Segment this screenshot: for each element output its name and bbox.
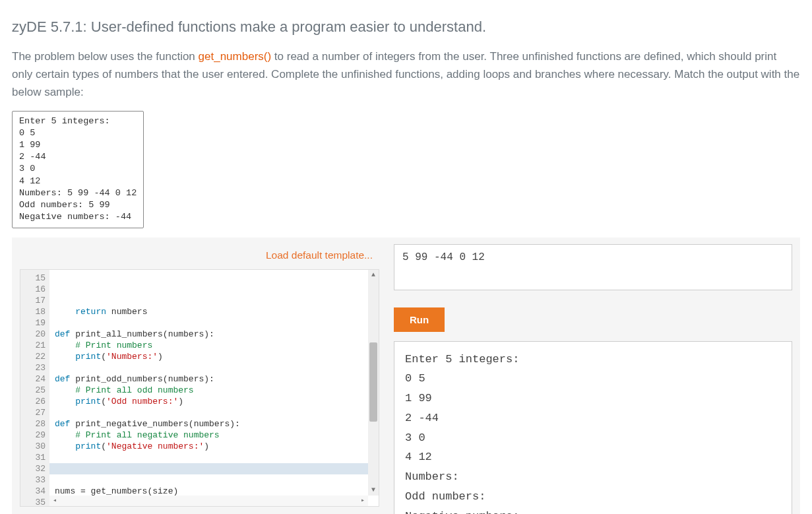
stdin-input[interactable] <box>394 244 792 290</box>
vertical-scrollbar[interactable]: ▲ ▼ <box>368 270 379 496</box>
code-line[interactable] <box>55 317 363 329</box>
right-column: Run Enter 5 integers: 0 5 1 99 2 -44 3 0… <box>394 244 792 514</box>
horizontal-scrollbar[interactable]: ◂ ▸ <box>49 496 368 506</box>
ide-area: Load default template... 151617181920212… <box>12 238 800 514</box>
scroll-down-arrow-icon[interactable]: ▼ <box>368 485 379 496</box>
code-editor[interactable]: 1516171819202122232425262728293031323334… <box>20 269 379 507</box>
code-line[interactable] <box>55 407 363 418</box>
program-output: Enter 5 integers: 0 5 1 99 2 -44 3 0 4 1… <box>394 341 792 514</box>
load-default-template-link[interactable]: Load default template... <box>20 244 379 269</box>
title-prefix: zyDE 5.7.1: <box>12 18 91 35</box>
code-line[interactable] <box>55 362 363 373</box>
editor-code-area[interactable]: return numbers def print_all_numbers(num… <box>49 270 368 496</box>
code-line[interactable]: # Print numbers <box>55 340 363 351</box>
scroll-up-arrow-icon[interactable]: ▲ <box>368 270 379 280</box>
editor-gutter: 1516171819202122232425262728293031323334… <box>20 270 49 506</box>
scroll-thumb[interactable] <box>369 342 377 422</box>
scroll-right-arrow-icon[interactable]: ▸ <box>358 496 368 506</box>
code-line[interactable]: print('Numbers:') <box>55 351 363 362</box>
scroll-left-arrow-icon[interactable]: ◂ <box>49 496 60 506</box>
code-line[interactable]: def print_all_numbers(numbers): <box>55 329 363 340</box>
title-text: User-defined functions make a program ea… <box>91 18 486 35</box>
code-line[interactable] <box>55 452 363 463</box>
code-line[interactable]: def print_negative_numbers(numbers): <box>55 418 363 430</box>
code-line[interactable]: # Print all negative numbers <box>55 430 363 441</box>
page-title: zyDE 5.7.1: User-defined functions make … <box>12 18 800 36</box>
code-line[interactable]: print('Negative numbers:') <box>55 441 363 452</box>
sample-output-box: Enter 5 integers: 0 5 1 99 2 -44 3 0 4 1… <box>12 111 144 228</box>
code-line[interactable]: nums = get_numbers(size) <box>55 486 363 496</box>
problem-description: The problem below uses the function get_… <box>12 48 800 102</box>
code-line[interactable]: return numbers <box>55 306 363 317</box>
code-line[interactable] <box>55 463 363 474</box>
run-button[interactable]: Run <box>394 307 445 332</box>
function-name: get_numbers() <box>199 50 272 63</box>
left-column: Load default template... 151617181920212… <box>20 244 379 507</box>
code-line[interactable]: print('Odd numbers:') <box>55 396 363 407</box>
code-line[interactable] <box>55 474 363 486</box>
code-line[interactable]: # Print all odd numbers <box>55 385 363 396</box>
code-line[interactable]: def print_odd_numbers(numbers): <box>55 373 363 385</box>
